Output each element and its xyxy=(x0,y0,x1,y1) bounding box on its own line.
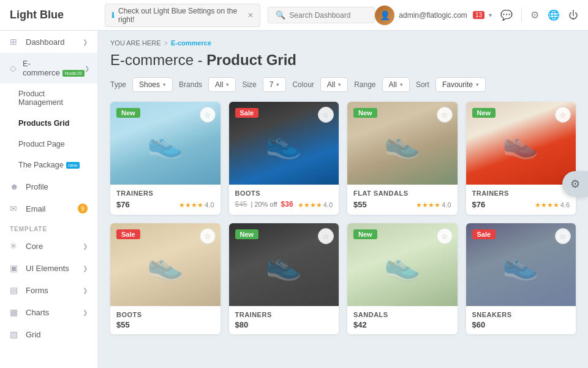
main-content: YOU ARE HERE > E-commerce E-commerce - P… xyxy=(98,31,588,368)
power-icon[interactable]: ⏻ xyxy=(568,10,578,21)
product-card-3[interactable]: New ☆ 👟 FLAT SANDALS $55 ★★★★4.0 xyxy=(347,102,458,215)
filter-size[interactable]: 7▾ xyxy=(263,77,287,92)
sidebar-label-forms: Forms xyxy=(26,286,83,295)
filter-range[interactable]: All▾ xyxy=(382,77,410,92)
filter-brands[interactable]: All▾ xyxy=(208,77,236,92)
filter-label-colour: Colour xyxy=(292,80,314,89)
nav-alert: ℹ Check out Light Blue Settings on the r… xyxy=(105,4,260,27)
info-icon: ℹ xyxy=(111,11,115,20)
close-alert-button[interactable]: ✕ xyxy=(247,11,254,20)
product-fav-6[interactable]: ☆ xyxy=(318,228,334,244)
sidebar-item-dashboard[interactable]: ⊞ Dashboard ❯ xyxy=(0,31,97,53)
profile-icon: ☻ xyxy=(10,182,20,191)
product-card-1[interactable]: New ☆ 👟 TRAINERS $76 ★★★★4.0 xyxy=(110,102,221,215)
filter-type-value: Shoes xyxy=(139,80,160,89)
product-image-3: New ☆ 👟 xyxy=(347,102,458,185)
sidebar-label-product-management: Product Management xyxy=(18,90,88,107)
settings-icon[interactable]: ⚙ xyxy=(530,9,539,21)
sidebar-item-ecommerce[interactable]: ◇ E-commerceNodeJS ❯ xyxy=(0,53,97,83)
email-badge: 9 xyxy=(78,204,88,213)
sidebar-item-grid[interactable]: ▧ Grid xyxy=(0,323,97,345)
chevron-right-icon-forms: ❯ xyxy=(83,287,88,294)
product-fav-7[interactable]: ☆ xyxy=(437,228,453,244)
breadcrumb-current: E-commerce xyxy=(171,39,211,47)
forms-icon: ▤ xyxy=(10,285,20,295)
product-info-3: FLAT SANDALS $55 ★★★★4.0 xyxy=(347,185,458,215)
product-badge-3: New xyxy=(353,108,377,118)
product-fav-2[interactable]: ☆ xyxy=(318,107,334,123)
sidebar-label-ui-elements: UI Elements xyxy=(26,264,83,273)
product-badge-7: New xyxy=(353,229,377,239)
main-wrap: ⊞ Dashboard ❯ ◇ E-commerceNodeJS ❯ Produ… xyxy=(0,31,588,368)
filter-type[interactable]: Shoes▾ xyxy=(132,77,173,92)
product-price-6: $80 xyxy=(235,320,333,329)
breadcrumb: YOU ARE HERE > E-commerce xyxy=(110,39,576,47)
filter-brands-value: All xyxy=(215,80,223,89)
messages-icon[interactable]: 💬 xyxy=(500,9,513,21)
nodejs-badge: NodeJS xyxy=(62,70,85,77)
product-card-8[interactable]: Sale ☆ 👟 SNEAKERS $60 xyxy=(466,223,576,334)
sidebar-item-products-grid[interactable]: Products Grid xyxy=(0,113,97,134)
filter-sort[interactable]: Favourite▾ xyxy=(435,77,486,92)
nav-divider xyxy=(521,9,522,22)
page-title: E-commerce - Product Grid xyxy=(110,52,576,69)
sidebar-item-ui-elements[interactable]: ▣ UI Elements ❯ xyxy=(0,257,97,279)
product-info-5: BOOTS $55 xyxy=(110,306,221,334)
sidebar-item-profile[interactable]: ☻ Profile xyxy=(0,175,97,197)
product-fav-4[interactable]: ☆ xyxy=(555,107,571,123)
product-name-4: TRAINERS xyxy=(472,190,570,197)
filter-colour[interactable]: All▾ xyxy=(320,77,348,92)
sidebar-item-charts[interactable]: ▦ Charts ❯ xyxy=(0,301,97,323)
sidebar-item-email[interactable]: ✉ Email 9 xyxy=(0,197,97,220)
globe-icon[interactable]: 🌐 xyxy=(548,9,560,21)
user-menu[interactable]: 👤 admin@flatlogic.com 13 ▾ xyxy=(375,6,492,25)
product-name-7: SANDALS xyxy=(353,311,451,318)
search-box[interactable]: 🔍 xyxy=(268,7,375,23)
price-rating-4: $76 ★★★★4.6 xyxy=(472,199,570,210)
sidebar-label-core: Core xyxy=(26,242,83,251)
sidebar-label-charts: Charts xyxy=(26,308,83,317)
product-fav-5[interactable]: ☆ xyxy=(200,228,216,244)
search-input[interactable] xyxy=(289,11,367,20)
chevron-right-icon-charts: ❯ xyxy=(83,309,88,316)
product-rating-1: 4.0 xyxy=(205,201,214,209)
product-badge-1: New xyxy=(116,108,140,118)
sidebar-item-the-package[interactable]: The Packagenew xyxy=(0,155,97,175)
charts-icon: ▦ xyxy=(10,307,20,317)
product-card-6[interactable]: New ☆ 👟 TRAINERS $80 xyxy=(229,223,339,334)
product-fav-1[interactable]: ☆ xyxy=(200,107,216,123)
product-name-8: SNEAKERS xyxy=(472,311,570,318)
filter-label-sort: Sort xyxy=(416,80,429,89)
product-info-7: SANDALS $42 xyxy=(347,306,458,334)
product-card-5[interactable]: Sale ☆ 👟 BOOTS $55 xyxy=(110,223,221,334)
sidebar-item-product-management[interactable]: Product Management xyxy=(0,83,97,113)
discount-label-2: | 20% off xyxy=(251,201,277,208)
product-fav-8[interactable]: ☆ xyxy=(555,228,571,244)
sidebar: ⊞ Dashboard ❯ ◇ E-commerceNodeJS ❯ Produ… xyxy=(0,31,98,368)
settings-fab-button[interactable]: ⚙ xyxy=(562,171,588,197)
product-stars-3: ★★★★ xyxy=(416,201,440,209)
product-card-7[interactable]: New ☆ 👟 SANDALS $42 xyxy=(347,223,458,334)
settings-fab-icon: ⚙ xyxy=(570,177,580,191)
product-name-1: TRAINERS xyxy=(116,190,214,197)
product-card-2[interactable]: Sale ☆ 👟 BOOTS $45 | 20% off $36 ★★★★4.0 xyxy=(229,102,339,215)
chevron-down-icon: ▾ xyxy=(489,12,492,18)
notification-count: 13 xyxy=(473,11,484,19)
product-fav-3[interactable]: ☆ xyxy=(437,107,453,123)
chevron-down-colour: ▾ xyxy=(338,82,341,88)
sidebar-label-dashboard: Dashboard xyxy=(26,37,83,47)
avatar: 👤 xyxy=(375,6,394,25)
filter-range-value: All xyxy=(389,80,397,89)
product-price-4: $76 xyxy=(472,200,486,209)
product-price-5: $55 xyxy=(116,320,214,329)
product-card-4[interactable]: New ☆ 👟 TRAINERS $76 ★★★★4.6 xyxy=(466,102,576,215)
product-info-2: BOOTS $45 | 20% off $36 ★★★★4.0 xyxy=(229,185,339,215)
product-image-8: Sale ☆ 👟 xyxy=(466,223,576,306)
sidebar-item-product-page[interactable]: Product Page xyxy=(0,134,97,155)
product-price-3: $55 xyxy=(353,200,367,209)
email-icon: ✉ xyxy=(10,204,20,213)
sidebar-item-forms[interactable]: ▤ Forms ❯ xyxy=(0,279,97,301)
sidebar-item-core[interactable]: ✳ Core ❯ xyxy=(0,235,97,257)
new-badge: new xyxy=(66,162,80,169)
product-price-row-2: $45 | 20% off $36 xyxy=(235,200,293,209)
